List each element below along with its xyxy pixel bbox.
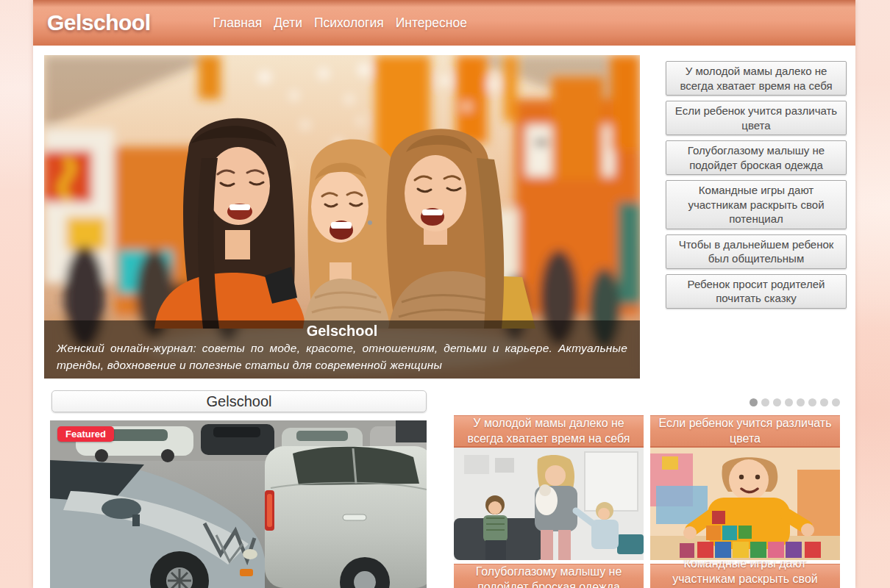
nav-item-interesting[interactable]: Интересное bbox=[396, 15, 467, 31]
pagination-dot-8[interactable] bbox=[832, 398, 840, 406]
section-title-bar: Gelschool bbox=[51, 390, 427, 412]
sidebar-item-fairy-tale[interactable]: Ребенок просит родителей почитать сказку bbox=[666, 274, 847, 309]
sidebar-item-sociable[interactable]: Чтобы в дальнейшем ребенок был общительн… bbox=[666, 234, 847, 269]
pagination-dot-4[interactable] bbox=[785, 398, 793, 406]
card-learning-colors[interactable]: Если ребенок учится различать цвета bbox=[650, 415, 840, 560]
nav-item-home[interactable]: Главная bbox=[213, 15, 263, 31]
card-title: У молодой мамы далеко не всегда хватает … bbox=[454, 415, 644, 448]
hero-banner: Gelschool Женский онлайн-журнал: советы … bbox=[44, 55, 640, 379]
featured-badge: Featured bbox=[57, 426, 114, 442]
sidebar-item-colors[interactable]: Если ребенок учится различать цвета bbox=[666, 101, 847, 135]
page: Gelschool Главная Дети Психология Интере… bbox=[0, 0, 890, 588]
nav-item-psychology[interactable]: Психология bbox=[314, 15, 384, 31]
card-mom-time[interactable]: У молодой мамы далеко не всегда хватает … bbox=[454, 415, 644, 560]
site-logo[interactable]: Gelschool bbox=[47, 10, 151, 35]
hero-caption-text: Женский онлайн-журнал: советы по моде, к… bbox=[57, 340, 627, 374]
featured-image-car-crash bbox=[50, 420, 427, 588]
pagination-dot-3[interactable] bbox=[773, 398, 781, 406]
pagination-dot-2[interactable] bbox=[761, 398, 769, 406]
card-image-child-blocks bbox=[650, 448, 840, 560]
nav-item-children[interactable]: Дети bbox=[274, 15, 302, 31]
featured-article[interactable]: Featured bbox=[50, 420, 427, 588]
card-title: Голубоглазому малышу не подойдет броская… bbox=[454, 564, 644, 588]
pagination-dot-6[interactable] bbox=[808, 398, 816, 406]
card-title: Командные игры дают участникам раскрыть … bbox=[650, 564, 840, 588]
card-team-games[interactable]: Командные игры дают участникам раскрыть … bbox=[650, 564, 840, 588]
sidebar: У молодой мамы далеко не всегда хватает … bbox=[666, 61, 847, 309]
header: Gelschool Главная Дети Психология Интере… bbox=[33, 0, 855, 46]
pagination-dot-7[interactable] bbox=[820, 398, 828, 406]
hero-caption: Gelschool Женский онлайн-журнал: советы … bbox=[44, 320, 640, 379]
card-title: Если ребенок учится различать цвета bbox=[650, 415, 840, 448]
content-wrapper: Gelschool Главная Дети Психология Интере… bbox=[33, 0, 855, 588]
sidebar-item-mom-time[interactable]: У молодой мамы далеко не всегда хватает … bbox=[666, 61, 847, 96]
card-blue-eyed-baby[interactable]: Голубоглазому малышу не подойдет броская… bbox=[454, 564, 644, 588]
sidebar-item-team-games[interactable]: Командные игры дают участникам раскрыть … bbox=[666, 180, 847, 229]
main-nav: Главная Дети Психология Интересное bbox=[213, 15, 467, 31]
pagination-dot-1[interactable] bbox=[750, 398, 758, 406]
article-cards: У молодой мамы далеко не всегда хватает … bbox=[454, 415, 840, 588]
card-image-busy-mom bbox=[454, 448, 644, 560]
slider-pagination bbox=[750, 398, 840, 406]
pagination-dot-5[interactable] bbox=[797, 398, 805, 406]
hero-caption-title: Gelschool bbox=[57, 323, 627, 340]
sidebar-item-blue-eyed[interactable]: Голубоглазому малышу не подойдет броская… bbox=[666, 140, 847, 175]
